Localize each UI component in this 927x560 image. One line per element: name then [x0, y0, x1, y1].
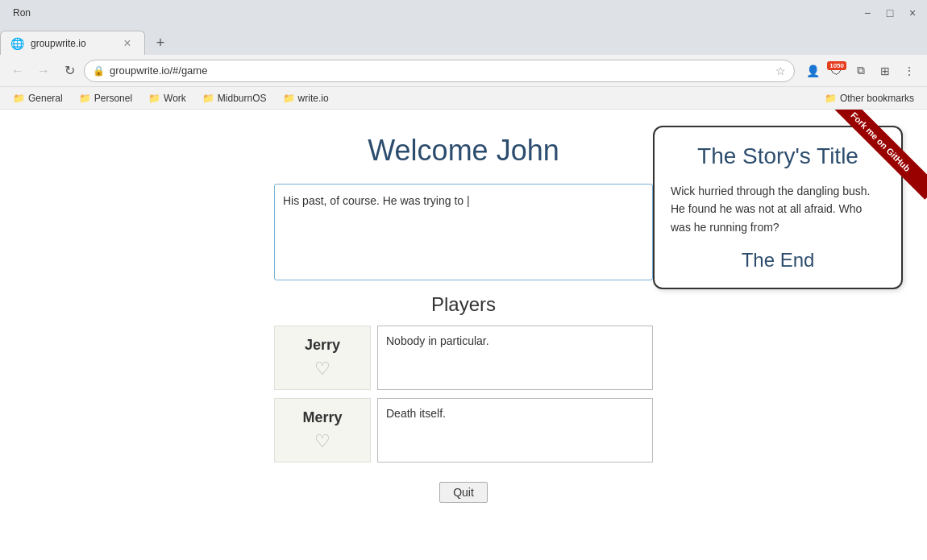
layers-icon: ⧉ [857, 64, 865, 77]
tab-label: groupwrite.io [31, 38, 86, 49]
player-card-jerry: Jerry ♡ [274, 326, 371, 390]
badge-count: 1050 [827, 61, 846, 70]
player-text-jerry: Nobody in particular. [377, 326, 653, 390]
player-name-jerry: Jerry [305, 337, 340, 354]
player-card-merry: Merry ♡ [274, 398, 371, 463]
writing-textarea[interactable] [274, 184, 653, 280]
lock-icon: 🔒 [93, 65, 105, 77]
ribbon: Fork me on GitHub [822, 110, 927, 214]
reload-button[interactable]: ↻ [58, 60, 81, 82]
bookmark-folder-icon: 📁 [825, 93, 837, 104]
more-menu-button[interactable]: ⋮ [898, 60, 921, 82]
bookmark-writeio[interactable]: 📁 write.io [276, 91, 335, 106]
bookmark-folder-icon: 📁 [13, 93, 25, 104]
player-text-content-jerry: Nobody in particular. [386, 334, 489, 347]
browser-tab[interactable]: 🌐 groupwrite.io × [0, 31, 145, 55]
bookmark-personel-label: Personel [94, 93, 132, 104]
player-row-jerry: Jerry ♡ Nobody in particular. [274, 326, 653, 390]
profile-icon: 👤 [806, 64, 820, 77]
bookmark-personel[interactable]: 📁 Personel [73, 91, 139, 106]
grid-icon-button[interactable]: ⊞ [874, 60, 896, 82]
fork-me-link[interactable]: Fork me on GitHub [823, 110, 927, 200]
bookmark-writeio-label: write.io [298, 93, 329, 104]
tab-close-button[interactable]: × [120, 36, 135, 51]
bookmark-work-label: Work [164, 93, 186, 104]
new-tab-button[interactable]: + [148, 31, 173, 55]
bookmark-star-icon[interactable]: ☆ [775, 64, 786, 77]
players-section: Players Jerry ♡ Nobody in particular. Me… [274, 293, 653, 471]
quit-button[interactable]: Quit [439, 482, 488, 503]
bookmark-folder-icon: 📁 [202, 93, 214, 104]
title-bar: Ron − □ × [0, 0, 927, 26]
player-text-merry: Death itself. [377, 398, 653, 463]
grid-icon: ⊞ [880, 64, 890, 77]
bookmark-midburnos-label: MidburnOS [218, 93, 267, 104]
maximize-button[interactable]: □ [882, 5, 898, 21]
player-name-merry: Merry [302, 409, 342, 426]
back-button[interactable]: ← [6, 60, 29, 82]
page-content: Fork me on GitHub Welcome John Players J… [0, 110, 927, 560]
player-heart-merry: ♡ [314, 431, 330, 452]
bookmark-work[interactable]: 📁 Work [142, 91, 193, 106]
nav-bar: ← → ↻ 🔒 groupwrite.io/#/game ☆ 👤 🛡 1050 … [0, 55, 927, 87]
title-bar-user: Ron [13, 7, 31, 19]
tab-bar: 🌐 groupwrite.io × + [0, 26, 927, 55]
layers-icon-button[interactable]: ⧉ [850, 60, 872, 82]
players-heading: Players [274, 293, 653, 316]
welcome-heading: Welcome John [368, 134, 559, 168]
player-row-merry: Merry ♡ Death itself. [274, 398, 653, 463]
player-heart-jerry: ♡ [314, 359, 330, 380]
player-text-content-merry: Death itself. [386, 407, 446, 420]
other-bookmarks[interactable]: 📁 Other bookmarks [818, 91, 921, 106]
bookmark-folder-icon: 📁 [283, 93, 295, 104]
address-bar[interactable]: 🔒 groupwrite.io/#/game ☆ [84, 60, 795, 82]
bookmark-general[interactable]: 📁 General [6, 91, 69, 106]
url-text: groupwrite.io/#/game [110, 64, 771, 77]
nav-icons: 👤 🛡 1050 ⧉ ⊞ ⋮ [801, 60, 921, 82]
other-bookmarks-label: Other bookmarks [840, 93, 914, 104]
minimize-button[interactable]: − [859, 5, 875, 21]
shield-icon-button[interactable]: 🛡 1050 [825, 60, 848, 82]
bookmark-folder-icon: 📁 [79, 93, 91, 104]
bookmark-folder-icon: 📁 [148, 93, 160, 104]
forward-button[interactable]: → [32, 60, 55, 82]
bookmark-midburnos[interactable]: 📁 MidburnOS [196, 91, 273, 106]
bookmark-general-label: General [28, 93, 63, 104]
close-button[interactable]: × [904, 5, 921, 21]
more-icon: ⋮ [904, 64, 915, 77]
profile-icon-button[interactable]: 👤 [801, 60, 824, 82]
bookmarks-bar: 📁 General 📁 Personel 📁 Work 📁 MidburnOS … [0, 87, 927, 110]
tab-icon: 🌐 [10, 37, 24, 50]
story-end: The End [671, 249, 885, 272]
